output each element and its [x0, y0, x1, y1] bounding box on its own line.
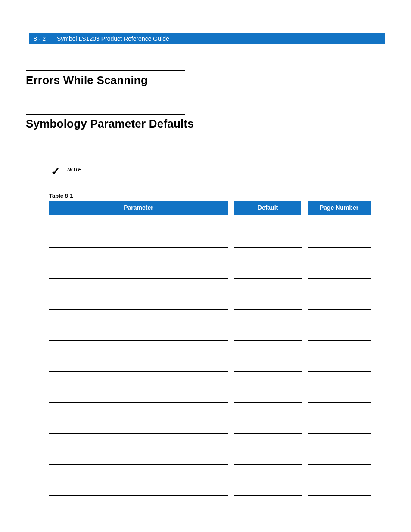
page-header: 8 - 2 Symbol LS1203 Product Reference Gu… — [26, 33, 385, 44]
col-header-page-number: Page Number — [308, 201, 371, 215]
cell-gap — [302, 247, 308, 263]
cell-page-number — [308, 294, 371, 309]
cell-parameter — [49, 449, 228, 464]
cell-default — [234, 340, 302, 356]
col-header-gap — [228, 201, 234, 215]
cell-gap — [302, 309, 308, 325]
section-title-errors: Errors While Scanning — [26, 74, 385, 87]
cell-parameter — [49, 480, 228, 495]
cell-gap — [302, 371, 308, 387]
table-row — [49, 247, 371, 263]
cell-gap — [228, 418, 234, 433]
table-row — [49, 340, 371, 356]
cell-parameter — [49, 309, 228, 325]
header-blue-bar: 8 - 2 Symbol LS1203 Product Reference Gu… — [29, 33, 385, 44]
cell-gap — [302, 495, 308, 511]
table-row — [49, 294, 371, 309]
col-header-gap — [302, 201, 308, 215]
cell-parameter — [49, 247, 228, 263]
cell-parameter — [49, 433, 228, 449]
cell-gap — [228, 356, 234, 371]
cell-gap — [228, 294, 234, 309]
cell-gap — [228, 263, 234, 278]
cell-default — [234, 418, 302, 433]
check-icon: ✓ — [51, 166, 60, 177]
cell-gap — [302, 433, 308, 449]
table-row — [49, 480, 371, 495]
cell-page-number — [308, 340, 371, 356]
cell-gap — [302, 215, 308, 232]
cell-page-number — [308, 325, 371, 340]
note-label: NOTE — [67, 167, 81, 173]
cell-default — [234, 356, 302, 371]
cell-default — [234, 278, 302, 294]
cell-gap — [302, 387, 308, 402]
document-page: 8 - 2 Symbol LS1203 Product Reference Gu… — [0, 0, 411, 532]
cell-default — [234, 433, 302, 449]
cell-gap — [302, 464, 308, 480]
parameter-table: Parameter Default Page Number — [49, 201, 371, 511]
cell-default — [234, 247, 302, 263]
cell-gap — [302, 232, 308, 247]
cell-parameter — [49, 263, 228, 278]
cell-parameter — [49, 356, 228, 371]
section-title-defaults: Symbology Parameter Defaults — [26, 117, 385, 131]
cell-gap — [228, 278, 234, 294]
cell-page-number — [308, 215, 371, 232]
table-row — [49, 387, 371, 402]
cell-page-number — [308, 387, 371, 402]
cell-default — [234, 215, 302, 232]
col-header-default: Default — [234, 201, 302, 215]
cell-gap — [302, 325, 308, 340]
cell-parameter — [49, 294, 228, 309]
cell-default — [234, 325, 302, 340]
section-rule-1 — [26, 70, 185, 71]
cell-page-number — [308, 263, 371, 278]
cell-gap — [228, 232, 234, 247]
cell-page-number — [308, 418, 371, 433]
cell-page-number — [308, 232, 371, 247]
cell-page-number — [308, 371, 371, 387]
table-header-row: Parameter Default Page Number — [49, 201, 371, 215]
cell-gap — [302, 356, 308, 371]
cell-page-number — [308, 480, 371, 495]
cell-gap — [302, 278, 308, 294]
cell-parameter — [49, 495, 228, 511]
cell-default — [234, 294, 302, 309]
table-body — [49, 215, 371, 511]
cell-gap — [302, 340, 308, 356]
header-title: Symbol LS1203 Product Reference Guide — [57, 35, 169, 42]
table-row — [49, 495, 371, 511]
cell-gap — [228, 402, 234, 418]
cell-default — [234, 402, 302, 418]
cell-page-number — [308, 309, 371, 325]
cell-gap — [228, 433, 234, 449]
cell-parameter — [49, 387, 228, 402]
cell-page-number — [308, 247, 371, 263]
cell-page-number — [308, 433, 371, 449]
cell-default — [234, 309, 302, 325]
page-content: Errors While Scanning Symbology Paramete… — [0, 70, 411, 511]
table-row — [49, 449, 371, 464]
cell-parameter — [49, 325, 228, 340]
table-row — [49, 418, 371, 433]
table-row — [49, 371, 371, 387]
cell-default — [234, 495, 302, 511]
cell-page-number — [308, 449, 371, 464]
cell-parameter — [49, 215, 228, 232]
cell-gap — [228, 340, 234, 356]
cell-gap — [228, 371, 234, 387]
table-row — [49, 402, 371, 418]
cell-gap — [228, 449, 234, 464]
cell-default — [234, 464, 302, 480]
cell-gap — [302, 402, 308, 418]
cell-gap — [228, 480, 234, 495]
cell-default — [234, 371, 302, 387]
cell-default — [234, 449, 302, 464]
table-row — [49, 433, 371, 449]
cell-default — [234, 480, 302, 495]
table-row — [49, 309, 371, 325]
cell-default — [234, 387, 302, 402]
header-page-number: 8 - 2 — [34, 35, 46, 42]
cell-gap — [228, 495, 234, 511]
